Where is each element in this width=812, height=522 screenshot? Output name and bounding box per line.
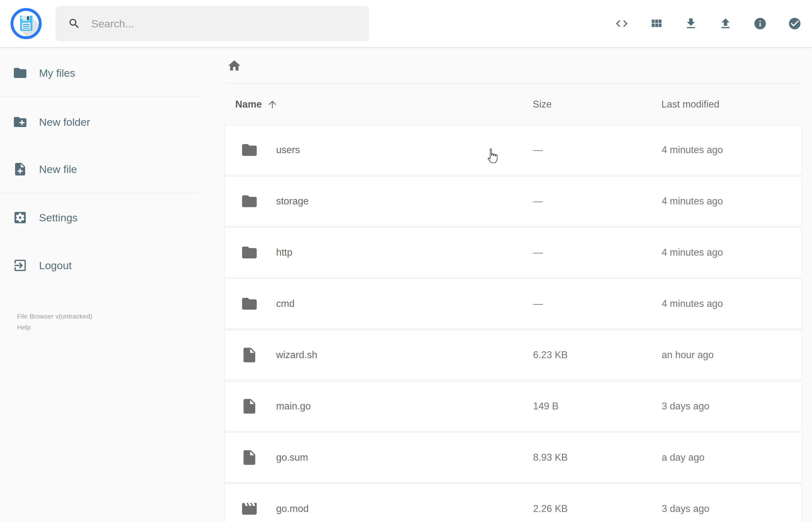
file-name: wizard.sh [276, 349, 317, 361]
file-modified: a day ago [662, 452, 705, 463]
folder-icon [13, 65, 28, 80]
folder-icon [241, 193, 258, 210]
sidebar-item-my-files[interactable]: My files [0, 63, 199, 83]
info-button[interactable] [753, 17, 767, 31]
file-list: users—4 minutes agostorage—4 minutes ago… [225, 125, 802, 522]
file-size: — [533, 247, 543, 258]
view-module-icon [649, 17, 663, 31]
file-name: go.sum [276, 452, 308, 463]
file-row-main.go[interactable]: main.go149 B3 days ago [225, 381, 802, 431]
home-button[interactable] [227, 59, 242, 73]
file-icon [241, 346, 258, 364]
file-name: go.mod [276, 503, 308, 515]
file-name: main.go [276, 401, 311, 412]
search-box[interactable] [55, 6, 369, 41]
column-name-label: Name [235, 99, 262, 110]
file-row-go.mod[interactable]: go.mod2.26 KB3 days ago [225, 484, 802, 522]
file-row-users[interactable]: users—4 minutes ago [225, 125, 802, 175]
sidebar-item-new-file[interactable]: New file [0, 159, 199, 180]
select-multiple-button[interactable] [788, 17, 801, 31]
file-row-wizard.sh[interactable]: wizard.sh6.23 KBan hour ago [225, 330, 802, 380]
listing-header: Name Size Last modified [225, 84, 802, 125]
column-header-name[interactable]: Name [235, 99, 278, 110]
folder-icon [241, 141, 258, 159]
sidebar-item-new-folder[interactable]: New folder [0, 112, 199, 133]
create-new-folder-icon [13, 115, 28, 129]
code-icon [615, 17, 629, 31]
sidebar-item-label: New folder [39, 116, 90, 128]
file-size: — [533, 298, 543, 309]
help-link[interactable]: Help [17, 322, 199, 333]
file-icon [241, 449, 258, 466]
search-icon [68, 17, 81, 30]
file-size: — [533, 196, 543, 207]
column-header-size[interactable]: Size [533, 99, 552, 110]
breadcrumb [225, 47, 802, 84]
upload-button[interactable] [718, 17, 732, 31]
sidebar-items: My filesNew folderNew fileSettingsLogout [0, 63, 199, 276]
file-row-go.sum[interactable]: go.sum8.93 KBa day ago [225, 433, 802, 483]
file-name: users [276, 144, 300, 156]
sidebar-footer: File Browser v(untracked) Help [0, 311, 199, 333]
check-circle-icon [788, 17, 801, 31]
file-icon [241, 398, 258, 415]
file-size: — [533, 144, 543, 156]
file-size: 8.93 KB [533, 452, 568, 463]
folder-icon [241, 244, 258, 261]
shell-button[interactable] [615, 17, 629, 31]
sidebar-divider [0, 96, 199, 97]
column-header-modified[interactable]: Last modified [662, 99, 719, 110]
sidebar-item-label: My files [39, 67, 75, 79]
app-logo-icon[interactable] [11, 8, 42, 39]
sort-ascending-icon [267, 99, 278, 110]
sidebar: My filesNew folderNew fileSettingsLogout… [0, 47, 199, 522]
settings-icon [13, 210, 28, 225]
file-modified: 4 minutes ago [662, 247, 723, 258]
file-browser-app: My filesNew folderNew fileSettingsLogout… [0, 0, 812, 522]
file-name: cmd [276, 298, 295, 309]
folder-icon [241, 295, 258, 313]
listing-panel: Name Size Last modified users—4 minutes … [225, 47, 802, 522]
upload-icon [718, 17, 732, 31]
sidebar-divider [0, 193, 199, 193]
switch-view-button[interactable] [649, 17, 663, 31]
file-modified: 4 minutes ago [662, 298, 723, 309]
version-text: File Browser v(untracked) [17, 311, 199, 322]
movie-icon [241, 500, 258, 518]
file-row-cmd[interactable]: cmd—4 minutes ago [225, 279, 802, 329]
sidebar-item-label: Logout [39, 259, 72, 272]
file-name: http [276, 247, 292, 258]
file-size: 2.26 KB [533, 503, 568, 515]
file-name: storage [276, 196, 308, 207]
home-icon [227, 59, 242, 73]
logout-icon [13, 258, 28, 273]
file-modified: 3 days ago [662, 503, 709, 515]
sidebar-item-logout[interactable]: Logout [0, 255, 199, 276]
file-size: 149 B [533, 401, 559, 412]
topbar-actions [615, 0, 801, 47]
file-modified: 3 days ago [662, 401, 709, 412]
file-modified: 4 minutes ago [662, 144, 723, 156]
file-modified: 4 minutes ago [662, 196, 723, 207]
info-icon [753, 17, 767, 31]
download-button[interactable] [684, 17, 698, 31]
file-modified: an hour ago [662, 349, 714, 361]
search-input[interactable] [91, 18, 349, 30]
file-row-storage[interactable]: storage—4 minutes ago [225, 176, 802, 226]
note-add-icon [13, 162, 28, 177]
download-icon [684, 17, 698, 31]
file-size: 6.23 KB [533, 349, 568, 361]
sidebar-item-label: Settings [39, 212, 78, 224]
topbar [0, 0, 812, 47]
file-row-http[interactable]: http—4 minutes ago [225, 227, 802, 278]
sidebar-item-settings[interactable]: Settings [0, 207, 199, 228]
sidebar-item-label: New file [39, 163, 77, 176]
